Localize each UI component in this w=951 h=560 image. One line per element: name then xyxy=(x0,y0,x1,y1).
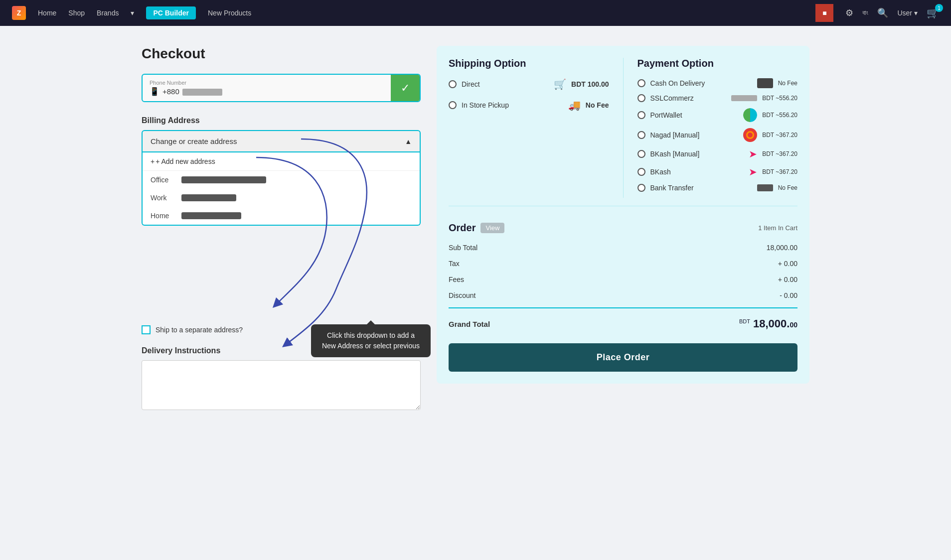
phone-row: 📱 +880 xyxy=(150,87,384,96)
payment-nagad-price: BDT ~367.20 xyxy=(762,132,797,139)
shipping-title: Shipping Option xyxy=(449,58,609,69)
portwallet-icon xyxy=(743,108,757,122)
right-panel: Shipping Option Direct 🛒 BDT 100.00 In S… xyxy=(437,46,809,384)
shipping-instore-price: No Fee xyxy=(586,101,609,109)
nav-pc-builder[interactable]: PC Builder xyxy=(146,6,196,19)
shipping-section: Shipping Option Direct 🛒 BDT 100.00 In S… xyxy=(449,58,609,198)
order-view-button[interactable]: View xyxy=(480,223,504,233)
shipping-direct-price: BDT 100.00 xyxy=(571,80,609,88)
brands-chevron-icon: ▾ xyxy=(131,9,134,17)
search-icon[interactable]: 🔍 xyxy=(877,7,888,18)
order-discount-row: Discount - 0.00 xyxy=(449,287,797,303)
work-label: Work xyxy=(151,194,176,202)
address-dropdown-wrap: Change or create address ▲ + + Add new a… xyxy=(142,130,421,226)
payment-portwallet: PortWallet BDT ~556.20 xyxy=(637,108,798,122)
place-order-button[interactable]: Place Order xyxy=(449,343,797,372)
ship-separate-label: Ship to a separate address? xyxy=(156,326,243,334)
grand-total-amount: 18,000. xyxy=(753,317,790,330)
payment-bank-radio[interactable] xyxy=(637,184,645,192)
options-divider xyxy=(623,58,624,198)
payment-pw-price: BDT ~556.20 xyxy=(762,112,797,119)
add-new-address-item[interactable]: + + Add new address xyxy=(143,152,420,171)
user-label: User xyxy=(897,9,912,17)
truck-icon: 🚚 xyxy=(568,99,581,111)
phone-confirm-button[interactable]: ✓ xyxy=(391,75,420,101)
nagad-icon xyxy=(743,128,757,142)
cart-button[interactable]: 🛒 1 xyxy=(927,7,939,19)
grand-total-currency: BDT xyxy=(739,318,750,324)
payment-bank-label: Bank Transfer xyxy=(650,184,752,192)
settings-icon[interactable]: ⚙ xyxy=(845,7,853,18)
payment-bank: Bank Transfer No Fee xyxy=(637,184,798,192)
delivery-textarea[interactable] xyxy=(142,360,421,410)
address-option-office[interactable]: Office xyxy=(143,171,420,189)
grand-total-label: Grand Total xyxy=(449,320,490,328)
nav-home[interactable]: Home xyxy=(38,9,56,17)
order-title: Order xyxy=(449,222,476,234)
payment-nagad: Nagad [Manual] BDT ~367.20 xyxy=(637,128,798,142)
tax-label: Tax xyxy=(449,260,460,268)
right-column: Shipping Option Direct 🛒 BDT 100.00 In S… xyxy=(437,46,809,384)
payment-pw-radio[interactable] xyxy=(637,111,645,119)
shipping-direct-label: Direct xyxy=(462,80,549,88)
payment-bkash: BKash ➤ BDT ~367.20 xyxy=(637,166,798,178)
nav-new-products[interactable]: New Products xyxy=(208,9,251,17)
nav-shop[interactable]: Shop xyxy=(68,9,85,17)
subtotal-value: 18,000.00 xyxy=(767,244,797,252)
phone-label: Phone Number xyxy=(150,80,384,86)
page-title: Checkout xyxy=(142,46,421,62)
order-header: Order View 1 Item In Cart xyxy=(449,214,797,240)
address-option-home[interactable]: Home xyxy=(143,207,420,225)
order-subtotal-row: Sub Total 18,000.00 xyxy=(449,240,797,256)
fees-label: Fees xyxy=(449,276,464,283)
shipping-instore: In Store Pickup 🚚 No Fee xyxy=(449,99,609,111)
payment-cod: Cash On Delivery No Fee xyxy=(637,78,798,88)
cart-badge: 1 xyxy=(935,4,943,12)
home-bar xyxy=(181,212,241,219)
payment-nagad-label: Nagad [Manual] xyxy=(650,131,739,139)
panel-divider xyxy=(449,206,797,206)
site-logo: Z xyxy=(12,6,26,20)
user-chevron-icon: ▾ xyxy=(914,9,918,17)
payment-ssl: SSLCommerz BDT ~556.20 xyxy=(637,94,798,102)
office-label: Office xyxy=(151,176,176,184)
order-divider xyxy=(449,307,797,308)
payment-bkash-label: BKash xyxy=(650,168,744,176)
dropdown-label: Change or create address xyxy=(151,137,237,145)
discount-value: - 0.00 xyxy=(780,291,797,299)
payment-bkashm-price: BDT ~367.20 xyxy=(762,150,797,157)
payment-ssl-radio[interactable] xyxy=(637,94,645,102)
nav-icons: ⚙ বাং 🔍 User ▾ 🛒 1 xyxy=(845,7,939,19)
payment-section: Payment Option Cash On Delivery No Fee S… xyxy=(637,58,798,198)
bkash-manual-icon: ➤ xyxy=(749,148,757,160)
grand-total-value: BDT 18,000.00 xyxy=(739,317,797,330)
phone-icon: 📱 xyxy=(150,87,159,96)
add-new-label: + Add new address xyxy=(156,157,215,165)
payment-cod-label: Cash On Delivery xyxy=(650,79,752,87)
ssl-icon xyxy=(731,95,757,101)
payment-cod-radio[interactable] xyxy=(637,79,645,87)
order-fees-row: Fees + 0.00 xyxy=(449,272,797,287)
payment-bkash-radio[interactable] xyxy=(637,168,645,176)
payment-bkash-manual: BKash [Manual] ➤ BDT ~367.20 xyxy=(637,148,798,160)
lang-icon[interactable]: বাং xyxy=(862,9,868,17)
ship-separate-checkbox[interactable] xyxy=(142,325,151,334)
phone-value: +880 xyxy=(162,87,222,96)
address-dropdown-trigger[interactable]: Change or create address ▲ xyxy=(142,130,421,152)
address-option-work[interactable]: Work xyxy=(143,189,420,207)
user-menu[interactable]: User ▾ xyxy=(897,9,918,17)
checkmark-icon: ✓ xyxy=(401,82,410,95)
cart-ship-icon: 🛒 xyxy=(554,78,566,90)
grand-total-row: Grand Total BDT 18,000.00 xyxy=(449,312,797,335)
payment-bkashm-radio[interactable] xyxy=(637,150,645,158)
shipping-instore-radio[interactable] xyxy=(449,101,457,109)
annotation-container: Change or create address ▲ + + Add new a… xyxy=(142,130,421,226)
cod-icon xyxy=(757,78,773,88)
dropdown-arrow-icon: ▲ xyxy=(405,138,412,145)
navbar: Z Home Shop Brands ▾ PC Builder New Prod… xyxy=(0,0,951,26)
nav-brands[interactable]: Brands xyxy=(97,9,119,17)
shipping-direct-radio[interactable] xyxy=(449,80,457,88)
billing-address-label: Billing Address xyxy=(142,116,421,125)
payment-nagad-radio[interactable] xyxy=(637,131,645,139)
address-dropdown-list: + + Add new address Office Work Home xyxy=(142,152,421,226)
